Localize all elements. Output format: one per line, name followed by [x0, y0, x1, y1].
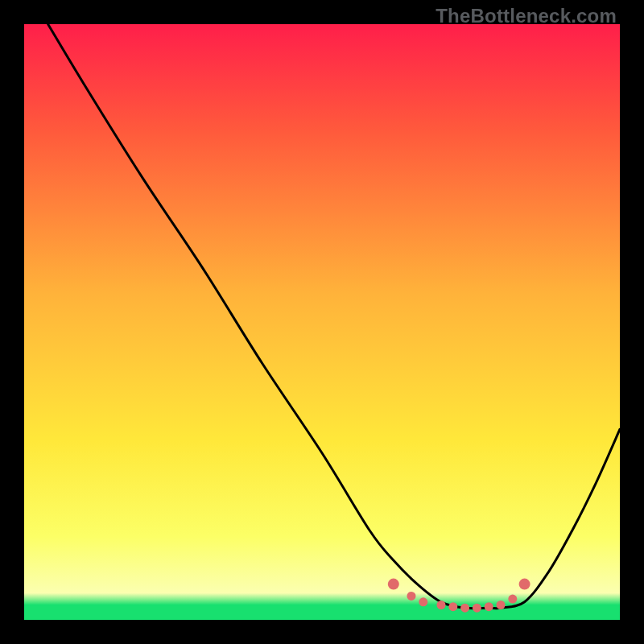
highlight-dot — [473, 604, 481, 613]
highlight-dot — [419, 597, 427, 606]
gradient-background — [24, 24, 620, 620]
chart-frame — [24, 24, 620, 620]
highlight-dot — [508, 595, 517, 604]
highlight-dot — [485, 602, 493, 611]
highlight-dot — [407, 592, 416, 601]
highlight-dot — [437, 601, 446, 609]
highlight-dot — [460, 604, 469, 613]
highlight-dot — [497, 601, 506, 609]
highlight-dot — [519, 579, 530, 590]
highlight-dot — [388, 579, 399, 590]
bottleneck-chart — [24, 24, 620, 620]
highlight-dot — [448, 602, 457, 611]
